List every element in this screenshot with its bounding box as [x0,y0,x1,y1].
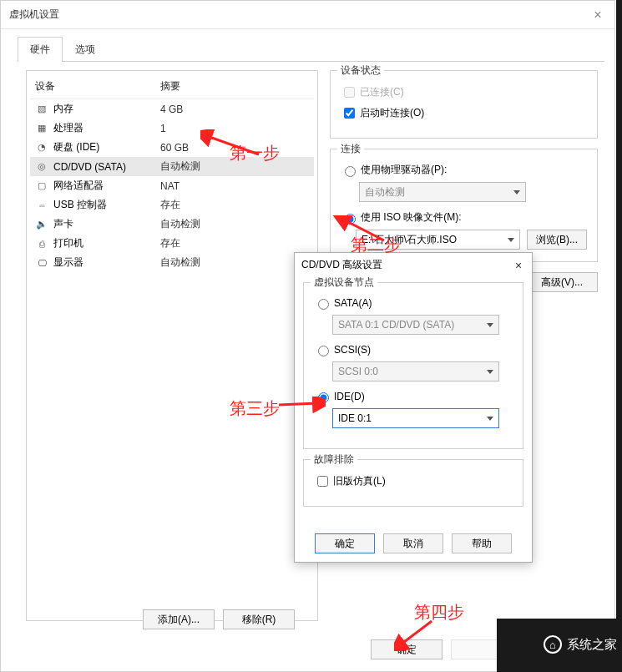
dialog2-cancel-button[interactable]: 取消 [383,533,443,553]
connection-group: 连接 使用物理驱动器(P): 自动检测 使用 ISO 映像文件(M): [330,149,598,262]
browse-button[interactable]: 浏览(B)... [527,230,587,250]
device-summary: 1 [160,123,166,134]
tab-hardware[interactable]: 硬件 [18,37,63,62]
connect-poweron-label: 启动时连接(O) [360,106,424,120]
device-row[interactable]: ◔硬盘 (IDE)60 GB [30,138,314,157]
device-name: 打印机 [53,236,160,250]
physical-drive-combo: 自动检测 [359,182,526,202]
device-status-legend: 设备状态 [337,63,384,78]
remove-button[interactable]: 移除(R) [223,609,295,629]
close-icon[interactable]: × [589,8,606,23]
dialog2-titlebar: CD/DVD 高级设置 × [295,253,532,277]
scsi-label: SCSI(S) [334,344,371,356]
device-summary: 4 GB [160,104,183,115]
display-icon: 🖵 [35,256,48,270]
device-name: CD/DVD (SATA) [53,161,160,173]
scsi-radio[interactable] [318,346,329,356]
dialog2-footer: 确定 取消 帮助 [295,525,532,562]
connect-poweron-checkbox[interactable] [344,108,355,119]
device-name: USB 控制器 [53,198,160,212]
device-summary: 自动检测 [160,217,200,231]
troubleshoot-group: 故障排除 旧版仿真(L) [303,459,523,507]
scsi-radio-row[interactable]: SCSI(S) [314,343,513,356]
device-list-pane: 设备 摘要 ▧内存4 GB▦处理器1◔硬盘 (IDE)60 GB◎CD/DVD … [26,70,318,621]
use-iso-radio[interactable] [345,214,356,225]
col-summary: 摘要 [160,79,180,93]
device-name: 内存 [53,102,160,116]
scsi-combo: SCSI 0:0 [332,361,499,381]
side-dark-strip [616,0,622,672]
dialog2-close-icon[interactable]: × [512,259,525,272]
sound-icon: 🔈 [35,218,48,231]
legacy-emulation-checkbox[interactable] [317,476,328,487]
sata-label: SATA(A) [334,297,372,309]
connection-legend: 连接 [337,142,364,156]
watermark: ⌂ 系统之家 [544,635,617,654]
connect-poweron-row[interactable]: 启动时连接(O) [341,105,587,121]
connected-checkbox [344,87,355,98]
add-button[interactable]: 添加(A)... [143,609,215,629]
sata-radio[interactable] [318,299,329,310]
device-summary: NAT [160,180,180,192]
printer-icon: ⎙ [35,237,48,250]
device-summary: 存在 [160,236,180,250]
device-row[interactable]: 🔈声卡自动检测 [30,215,314,234]
device-row[interactable]: ⎓USB 控制器存在 [30,195,314,215]
device-list-header: 设备 摘要 [30,76,314,99]
device-row[interactable]: ▧内存4 GB [30,99,314,119]
iso-path-combo[interactable]: E:\石大师\石大师.ISO [356,230,520,250]
device-summary: 存在 [160,198,180,212]
sata-radio-row[interactable]: SATA(A) [314,296,513,310]
legacy-emulation-label: 旧版仿真(L) [333,474,386,488]
memory-icon: ▧ [35,103,48,116]
use-physical-label: 使用物理驱动器(P): [361,163,447,177]
use-physical-radio-row[interactable]: 使用物理驱动器(P): [341,163,587,177]
device-name: 声卡 [53,217,160,231]
virtual-node-group: 虚拟设备节点 SATA(A) SATA 0:1 CD/DVD (SATA) SC… [303,282,523,449]
device-name: 显示器 [53,255,160,270]
use-iso-label: 使用 ISO 映像文件(M): [361,210,462,225]
device-name: 处理器 [53,121,160,135]
device-row[interactable]: ⎙打印机存在 [30,234,314,253]
virtual-node-legend: 虚拟设备节点 [311,275,377,290]
dialog2-ok-button[interactable]: 确定 [315,533,375,553]
titlebar: 虚拟机设置 × [1,1,614,29]
cd-icon: ◎ [35,160,48,174]
dialog2-help-button[interactable]: 帮助 [452,533,512,553]
device-row[interactable]: 🖵显示器自动检测 [30,253,314,272]
device-summary: 自动检测 [160,159,200,174]
tab-options[interactable]: 选项 [63,37,108,62]
col-device: 设备 [35,79,160,93]
troubleshoot-legend: 故障排除 [311,452,357,467]
ide-radio[interactable] [318,392,329,403]
cddvd-advanced-dialog: CD/DVD 高级设置 × 虚拟设备节点 SATA(A) SATA 0:1 CD… [294,252,533,563]
disk-icon: ◔ [35,141,48,154]
sata-combo: SATA 0:1 CD/DVD (SATA) [332,315,499,335]
use-iso-radio-row[interactable]: 使用 ISO 映像文件(M): [341,210,587,225]
device-row[interactable]: ◎CD/DVD (SATA)自动检测 [30,157,314,176]
network-icon: ▢ [35,179,48,193]
device-list-buttons: 添加(A)... 移除(R) [143,609,295,629]
ide-combo[interactable]: IDE 0:1 [332,408,499,428]
use-physical-radio[interactable] [345,166,356,177]
dialog2-title: CD/DVD 高级设置 [301,258,512,272]
watermark-text: 系统之家 [567,637,617,653]
window-title: 虚拟机设置 [9,8,589,22]
connected-checkbox-row: 已连接(C) [341,84,587,100]
device-summary: 自动检测 [160,255,200,270]
device-row[interactable]: ▢网络适配器NAT [30,176,314,195]
ide-label: IDE(D) [334,391,365,402]
device-row[interactable]: ▦处理器1 [30,119,314,138]
legacy-emulation-row[interactable]: 旧版仿真(L) [314,473,513,489]
cpu-icon: ▦ [35,122,48,135]
tab-strip: 硬件 选项 [18,36,604,62]
advanced-button[interactable]: 高级(V)... [526,272,598,292]
watermark-icon: ⌂ [544,635,562,654]
ok-button[interactable]: 确定 [371,639,442,659]
connected-label: 已连接(C) [360,85,404,99]
usb-icon: ⎓ [35,199,48,212]
device-summary: 60 GB [160,142,189,154]
device-name: 网络适配器 [53,179,160,193]
device-status-group: 设备状态 已连接(C) 启动时连接(O) [330,70,598,139]
ide-radio-row[interactable]: IDE(D) [314,390,513,403]
